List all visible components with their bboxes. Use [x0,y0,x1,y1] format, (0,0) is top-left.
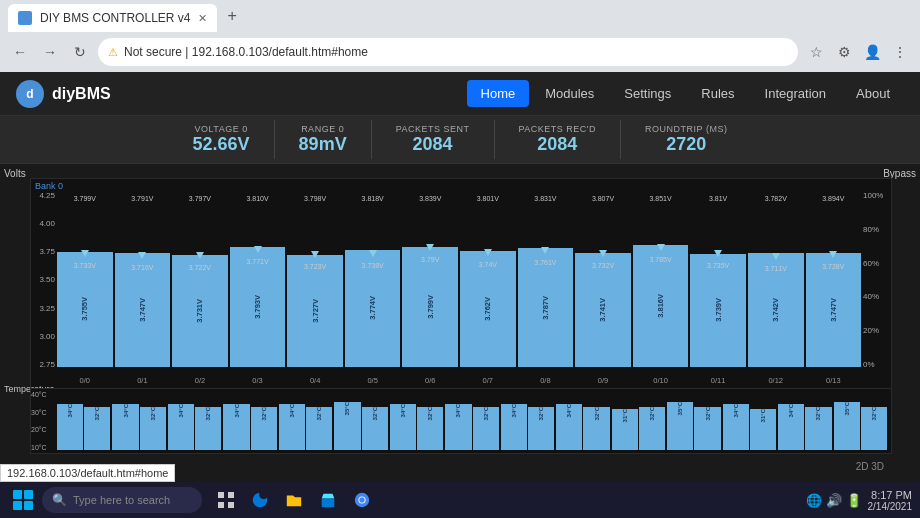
x-label-11: 0/11 [690,374,746,385]
browser-chrome: DIY BMS CONTROLLER v4 ✕ + ← → ↻ ⚠ Not se… [0,0,920,72]
y-label-275: 2.75 [31,360,57,369]
taskbar-search-bar[interactable]: 🔍 Type here to search [42,487,202,513]
bar-marker-7 [484,249,492,256]
new-tab-button[interactable]: + [221,7,242,25]
x-label-8: 0/8 [518,374,574,385]
x-label-4: 0/4 [287,374,343,385]
temp-value-8-1: 32°C [538,407,544,420]
temp-cell-7: 34°C32°C [445,392,498,450]
nav-home[interactable]: Home [467,80,530,107]
temp-value-11-0: 35°C [677,402,683,415]
nav-about[interactable]: About [842,80,904,107]
forward-button[interactable]: → [38,40,62,64]
sys-icons: 🌐 🔊 🔋 [806,493,862,508]
taskbar-clock[interactable]: 8:17 PM 2/14/2021 [868,489,913,512]
profile-icon[interactable]: 👤 [860,40,884,64]
temp-value-7-1: 32°C [483,407,489,420]
nav-integration[interactable]: Integration [751,80,840,107]
temp-cell-4: 34°C32°C [279,392,332,450]
browser-tab[interactable]: DIY BMS CONTROLLER v4 ✕ [8,4,217,32]
bar-marker-6 [426,244,434,251]
temp-cell-2: 34°C32°C [168,392,221,450]
temp-bar-8-0: 34°C [501,392,527,450]
url-text: Not secure | 192.168.0.103/default.htm#h… [124,45,368,59]
tab-close-button[interactable]: ✕ [198,12,207,25]
view-toggle[interactable]: 2D 3D [856,461,884,472]
temp-value-6-1: 32°C [427,407,433,420]
stat-range: Range 0 89mV [275,120,372,159]
stat-packets-recd-label: Packets rec'd [519,124,597,134]
bar-top-value-10: 3.851V [649,195,671,202]
battery-icon[interactable]: 🔋 [846,493,862,508]
temp-bar-4-0: 34°C [279,392,305,450]
voltage-bar-1: 3.791V3.716V3.747V [115,195,171,367]
bar-marker-5 [369,250,377,257]
search-icon: 🔍 [52,493,67,507]
bookmark-icon[interactable]: ☆ [804,40,828,64]
bank-label: Bank 0 [35,181,63,191]
bar-main-text-6: 3.799V [426,295,435,319]
bar-mid-value-10: 3.785V [649,256,671,263]
win-logo-bl [13,501,22,510]
temp-bar-3-1: 32°C [251,392,277,450]
temp-cell-5: 35°C32°C [334,392,387,450]
temp-cell-3: 34°C32°C [223,392,276,450]
bar-marker-0 [81,250,89,257]
address-bar[interactable]: ⚠ Not secure | 192.168.0.103/default.htm… [98,38,798,66]
network-icon[interactable]: 🌐 [806,493,822,508]
temp-value-13-1: 32°C [815,407,821,420]
volume-icon[interactable]: 🔊 [826,493,842,508]
task-view-icon[interactable] [210,484,242,516]
back-button[interactable]: ← [8,40,32,64]
nav-modules[interactable]: Modules [531,80,608,107]
temp-bar-12-1: 31°C [750,392,776,450]
bar-mid-value-2: 3.722V [189,264,211,271]
temp-value-9-0: 34°C [566,404,572,417]
temp-value-12-1: 31°C [760,409,766,422]
bar-main-text-7: 3.762V [483,297,492,321]
temp-value-14-1: 32°C [871,407,877,420]
app-header: d diyBMS Home Modules Settings Rules Int… [0,72,920,116]
temp-value-9-1: 32°C [594,407,600,420]
svg-rect-0 [218,492,224,498]
temp-bar-10-1: 32°C [639,392,665,450]
store-icon[interactable] [312,484,344,516]
chrome-icon[interactable] [346,484,378,516]
bar-top-value-11: 3.81V [709,195,727,202]
temp-value-5-1: 32°C [372,407,378,420]
explorer-icon[interactable] [278,484,310,516]
menu-icon[interactable]: ⋮ [888,40,912,64]
temp-bar-9-1: 32°C [583,392,609,450]
taskbar-right: 🌐 🔊 🔋 8:17 PM 2/14/2021 [806,489,913,512]
svg-point-7 [359,497,364,502]
temp-cell-0: 34°C32°C [57,392,110,450]
edge-icon[interactable] [244,484,276,516]
security-icon: ⚠ [108,46,118,59]
x-label-2: 0/2 [172,374,228,385]
bar-main-text-9: 3.741V [598,298,607,322]
nav-settings[interactable]: Settings [610,80,685,107]
refresh-button[interactable]: ↻ [68,40,92,64]
temp-cell-1: 34°C32°C [112,392,165,450]
temp-bar-14-1: 32°C [861,392,887,450]
bar-marker-3 [254,246,262,253]
voltage-bar-4: 3.798V3.723V3.727V [287,195,343,367]
temp-bar-8-1: 32°C [528,392,554,450]
bar-top-value-7: 3.801V [477,195,499,202]
y-label-400: 4.00 [31,219,57,228]
windows-logo [13,490,33,510]
bar-top-value-9: 3.807V [592,195,614,202]
svg-rect-2 [218,502,224,508]
temp-bar-0-1: 32°C [84,392,110,450]
bar-top-value-3: 3.810V [246,195,268,202]
nav-rules[interactable]: Rules [687,80,748,107]
extensions-icon[interactable]: ⚙ [832,40,856,64]
bar-mid-value-0: 3.733V [74,262,96,269]
temp-value-4-0: 34°C [289,404,295,417]
start-button[interactable] [8,485,38,515]
temp-value-1-1: 32°C [150,407,156,420]
stat-roundtrip-value: 2720 [666,134,706,155]
stat-voltage-value: 52.66V [193,134,250,155]
bar-mid-value-5: 3.738V [362,262,384,269]
bar-mid-value-12: 3.711V [765,265,787,272]
